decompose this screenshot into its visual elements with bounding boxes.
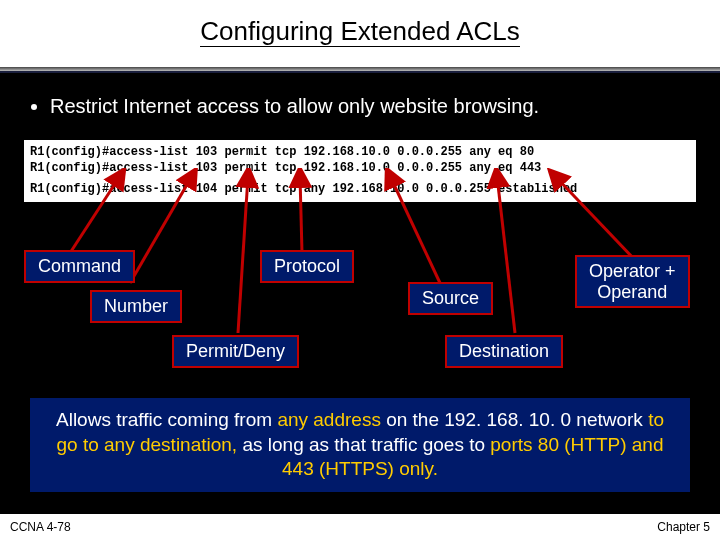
code-box: R1(config)#access-list 103 permit tcp 19… (22, 138, 698, 204)
label-permit-text: Permit/Deny (186, 341, 285, 361)
label-destination: Destination (445, 335, 563, 368)
bullet-area: Restrict Internet access to allow only w… (0, 73, 720, 132)
label-destination-text: Destination (459, 341, 549, 361)
label-permit-deny: Permit/Deny (172, 335, 299, 368)
label-operator-operand: Operator + Operand (575, 255, 690, 308)
explain-t1: Allows traffic coming from (56, 409, 277, 430)
footer-left: CCNA 4-78 (10, 520, 71, 534)
label-number-text: Number (104, 296, 168, 316)
title-text: Configuring Extended ACLs (200, 16, 519, 47)
explain-t2: on the 192. 168. 10. 0 network (381, 409, 648, 430)
footer-right: Chapter 5 (657, 520, 710, 534)
label-operator-l1: Operator + (589, 261, 676, 281)
label-protocol-text: Protocol (274, 256, 340, 276)
code-line-3: R1(config)#access-list 104 permit tcp an… (30, 181, 690, 197)
explain-t3: as long as that traffic goes to (237, 434, 490, 455)
label-protocol: Protocol (260, 250, 354, 283)
bullet-item: Restrict Internet access to allow only w… (50, 95, 688, 118)
explain-h1: any address (277, 409, 381, 430)
label-number: Number (90, 290, 182, 323)
label-command-text: Command (38, 256, 121, 276)
slide-title: Configuring Extended ACLs (0, 0, 720, 67)
label-source-text: Source (422, 288, 479, 308)
code-line-1: R1(config)#access-list 103 permit tcp 19… (30, 144, 690, 160)
label-command: Command (24, 250, 135, 283)
label-source: Source (408, 282, 493, 315)
code-line-2: R1(config)#access-list 103 permit tcp 19… (30, 160, 690, 176)
footer: CCNA 4-78 Chapter 5 (0, 514, 720, 540)
explain-box: Allows traffic coming from any address o… (30, 398, 690, 492)
slide: Configuring Extended ACLs Restrict Inter… (0, 0, 720, 540)
label-operator-l2: Operand (597, 282, 667, 302)
